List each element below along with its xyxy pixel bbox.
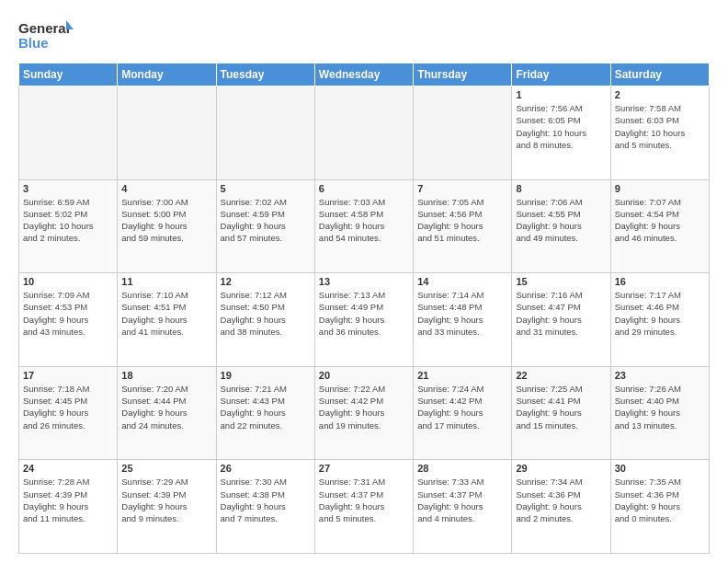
calendar-cell [19, 86, 118, 180]
day-number: 7 [417, 183, 507, 194]
day-info: Sunrise: 7:02 AMSunset: 4:59 PMDaylight:… [221, 196, 311, 245]
day-number: 9 [615, 183, 705, 194]
day-info: Sunrise: 7:09 AMSunset: 4:53 PMDaylight:… [23, 289, 113, 338]
day-number: 19 [221, 370, 311, 381]
calendar-cell: 30Sunrise: 7:35 AMSunset: 4:36 PMDayligh… [610, 460, 709, 554]
day-info: Sunrise: 7:30 AMSunset: 4:38 PMDaylight:… [221, 476, 311, 524]
day-info: Sunrise: 7:24 AMSunset: 4:42 PMDaylight:… [417, 383, 507, 431]
calendar-cell: 24Sunrise: 7:28 AMSunset: 4:39 PMDayligh… [19, 460, 118, 554]
weekday-header: Wednesday [314, 63, 413, 86]
logo-svg: General Blue [18, 15, 74, 55]
day-info: Sunrise: 7:33 AMSunset: 4:37 PMDaylight:… [417, 476, 507, 524]
day-info: Sunrise: 7:58 AMSunset: 6:03 PMDaylight:… [615, 102, 705, 151]
day-info: Sunrise: 7:22 AMSunset: 4:42 PMDaylight:… [319, 383, 409, 431]
svg-text:General: General [18, 20, 70, 36]
page-header: General Blue [18, 15, 710, 55]
calendar-cell [118, 86, 216, 180]
calendar-cell: 15Sunrise: 7:16 AMSunset: 4:47 PMDayligh… [512, 273, 610, 367]
day-info: Sunrise: 7:00 AMSunset: 5:00 PMDaylight:… [121, 196, 211, 245]
day-info: Sunrise: 6:59 AMSunset: 5:02 PMDaylight:… [23, 196, 113, 245]
day-number: 15 [516, 276, 606, 287]
calendar-cell: 17Sunrise: 7:18 AMSunset: 4:45 PMDayligh… [19, 366, 118, 460]
calendar-cell: 3Sunrise: 6:59 AMSunset: 5:02 PMDaylight… [19, 179, 118, 273]
calendar-cell: 28Sunrise: 7:33 AMSunset: 4:37 PMDayligh… [414, 460, 512, 554]
weekday-header: Sunday [19, 63, 118, 86]
calendar-cell: 19Sunrise: 7:21 AMSunset: 4:43 PMDayligh… [216, 366, 314, 460]
day-number: 24 [23, 463, 113, 474]
day-info: Sunrise: 7:16 AMSunset: 4:47 PMDaylight:… [516, 289, 606, 338]
calendar-cell: 4Sunrise: 7:00 AMSunset: 5:00 PMDaylight… [118, 179, 216, 273]
calendar-cell: 26Sunrise: 7:30 AMSunset: 4:38 PMDayligh… [216, 460, 314, 554]
calendar-cell: 21Sunrise: 7:24 AMSunset: 4:42 PMDayligh… [414, 366, 512, 460]
day-number: 1 [516, 89, 606, 100]
day-info: Sunrise: 7:03 AMSunset: 4:58 PMDaylight:… [319, 196, 409, 245]
calendar-cell: 14Sunrise: 7:14 AMSunset: 4:48 PMDayligh… [414, 273, 512, 367]
day-info: Sunrise: 7:12 AMSunset: 4:50 PMDaylight:… [221, 289, 311, 338]
day-info: Sunrise: 7:05 AMSunset: 4:56 PMDaylight:… [417, 196, 507, 245]
day-info: Sunrise: 7:20 AMSunset: 4:44 PMDaylight:… [121, 383, 211, 431]
day-number: 29 [516, 463, 606, 474]
calendar-cell [216, 86, 314, 180]
weekday-header: Monday [118, 63, 216, 86]
calendar-cell: 23Sunrise: 7:26 AMSunset: 4:40 PMDayligh… [610, 366, 709, 460]
weekday-header: Thursday [414, 63, 512, 86]
day-info: Sunrise: 7:25 AMSunset: 4:41 PMDaylight:… [516, 383, 606, 431]
calendar-cell: 7Sunrise: 7:05 AMSunset: 4:56 PMDaylight… [414, 179, 512, 273]
calendar-cell [414, 86, 512, 180]
day-info: Sunrise: 7:35 AMSunset: 4:36 PMDaylight:… [615, 476, 705, 524]
calendar-cell [314, 86, 413, 180]
day-info: Sunrise: 7:31 AMSunset: 4:37 PMDaylight:… [319, 476, 409, 524]
day-info: Sunrise: 7:06 AMSunset: 4:55 PMDaylight:… [516, 196, 606, 245]
day-number: 13 [319, 276, 409, 287]
calendar-cell: 12Sunrise: 7:12 AMSunset: 4:50 PMDayligh… [216, 273, 314, 367]
day-number: 28 [417, 463, 507, 474]
svg-marker-2 [66, 20, 74, 29]
day-info: Sunrise: 7:21 AMSunset: 4:43 PMDaylight:… [221, 383, 311, 431]
calendar-cell: 5Sunrise: 7:02 AMSunset: 4:59 PMDaylight… [216, 179, 314, 273]
day-number: 20 [319, 370, 409, 381]
day-number: 30 [615, 463, 705, 474]
weekday-header: Friday [512, 63, 610, 86]
day-number: 27 [319, 463, 409, 474]
day-number: 10 [23, 276, 113, 287]
calendar-cell: 13Sunrise: 7:13 AMSunset: 4:49 PMDayligh… [314, 273, 413, 367]
day-number: 8 [516, 183, 606, 194]
day-number: 2 [615, 89, 705, 100]
day-number: 23 [615, 370, 705, 381]
day-info: Sunrise: 7:29 AMSunset: 4:39 PMDaylight:… [121, 476, 211, 524]
day-info: Sunrise: 7:07 AMSunset: 4:54 PMDaylight:… [615, 196, 705, 245]
day-info: Sunrise: 7:26 AMSunset: 4:40 PMDaylight:… [615, 383, 705, 431]
calendar-cell: 25Sunrise: 7:29 AMSunset: 4:39 PMDayligh… [118, 460, 216, 554]
calendar-cell: 6Sunrise: 7:03 AMSunset: 4:58 PMDaylight… [314, 179, 413, 273]
calendar-cell: 16Sunrise: 7:17 AMSunset: 4:46 PMDayligh… [610, 273, 709, 367]
day-info: Sunrise: 7:17 AMSunset: 4:46 PMDaylight:… [615, 289, 705, 338]
calendar-cell: 22Sunrise: 7:25 AMSunset: 4:41 PMDayligh… [512, 366, 610, 460]
day-info: Sunrise: 7:18 AMSunset: 4:45 PMDaylight:… [23, 383, 113, 431]
calendar-cell: 9Sunrise: 7:07 AMSunset: 4:54 PMDaylight… [610, 179, 709, 273]
day-info: Sunrise: 7:14 AMSunset: 4:48 PMDaylight:… [417, 289, 507, 338]
day-number: 12 [221, 276, 311, 287]
weekday-header: Tuesday [216, 63, 314, 86]
day-number: 21 [417, 370, 507, 381]
day-number: 11 [121, 276, 211, 287]
weekday-header: Saturday [610, 63, 709, 86]
calendar-cell: 20Sunrise: 7:22 AMSunset: 4:42 PMDayligh… [314, 366, 413, 460]
day-number: 4 [121, 183, 211, 194]
day-number: 17 [23, 370, 113, 381]
day-info: Sunrise: 7:13 AMSunset: 4:49 PMDaylight:… [319, 289, 409, 338]
calendar-cell: 29Sunrise: 7:34 AMSunset: 4:36 PMDayligh… [512, 460, 610, 554]
day-number: 14 [417, 276, 507, 287]
calendar-cell: 27Sunrise: 7:31 AMSunset: 4:37 PMDayligh… [314, 460, 413, 554]
day-number: 5 [221, 183, 311, 194]
day-info: Sunrise: 7:10 AMSunset: 4:51 PMDaylight:… [121, 289, 211, 338]
calendar-cell: 11Sunrise: 7:10 AMSunset: 4:51 PMDayligh… [118, 273, 216, 367]
svg-text:Blue: Blue [18, 35, 49, 51]
calendar-cell: 10Sunrise: 7:09 AMSunset: 4:53 PMDayligh… [19, 273, 118, 367]
calendar-cell: 18Sunrise: 7:20 AMSunset: 4:44 PMDayligh… [118, 366, 216, 460]
day-info: Sunrise: 7:34 AMSunset: 4:36 PMDaylight:… [516, 476, 606, 524]
calendar-cell: 8Sunrise: 7:06 AMSunset: 4:55 PMDaylight… [512, 179, 610, 273]
day-number: 26 [221, 463, 311, 474]
calendar-cell: 2Sunrise: 7:58 AMSunset: 6:03 PMDaylight… [610, 86, 709, 180]
logo: General Blue [18, 15, 74, 55]
day-number: 25 [121, 463, 211, 474]
